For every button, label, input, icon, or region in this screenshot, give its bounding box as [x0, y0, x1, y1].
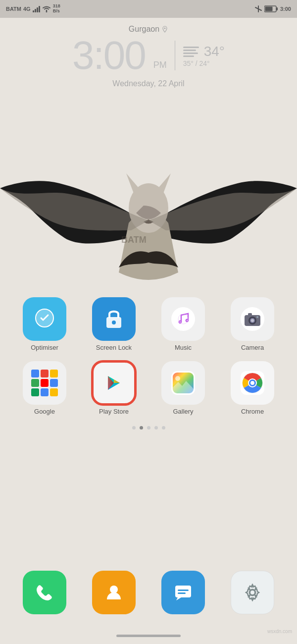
contacts-svg — [102, 581, 126, 604]
page-dots — [0, 426, 297, 429]
date-text: Wednesday, 22 April — [0, 79, 297, 88]
dock-phone[interactable] — [17, 571, 72, 614]
dock-settings[interactable] — [225, 571, 280, 614]
page-dot-2 — [140, 426, 143, 429]
app-grid: Optimiser Screen Lock Musi — [0, 297, 297, 425]
signal-bar-2 — [35, 9, 36, 12]
gallery-svg — [170, 370, 196, 396]
dock-contacts[interactable] — [87, 571, 141, 614]
app-icon-screen-lock — [92, 297, 136, 341]
mute-icon — [254, 5, 262, 13]
google-grid — [31, 370, 58, 396]
app-label-music: Music — [175, 344, 192, 351]
app-music[interactable]: Music — [156, 297, 210, 351]
svg-rect-17 — [248, 313, 252, 316]
dock — [0, 571, 297, 614]
app-gallery[interactable]: Gallery — [156, 361, 210, 415]
music-svg — [170, 306, 196, 332]
clock-divider — [175, 41, 175, 70]
app-chrome[interactable]: Chrome — [225, 361, 280, 415]
status-right: 3:00 — [254, 5, 291, 13]
svg-marker-6 — [156, 173, 171, 193]
svg-point-10 — [171, 307, 195, 331]
clock-row: 3:00 PM 34° 35° / 24° — [0, 36, 297, 75]
screen-lock-svg — [101, 306, 126, 332]
weather-info: 34° 35° / 24° — [183, 44, 225, 67]
signal-bars — [33, 5, 40, 12]
signal-bar-3 — [37, 7, 38, 12]
play-store-svg — [101, 370, 127, 396]
app-icon-gallery — [161, 361, 205, 405]
app-screen-lock[interactable]: Screen Lock — [87, 297, 141, 351]
clock-area: Gurgaon 3:00 PM 34° 35° / 24° Wednesday,… — [0, 25, 297, 88]
chrome-svg — [240, 370, 265, 396]
svg-rect-29 — [178, 590, 189, 591]
network-speed: 318B/s — [53, 4, 60, 14]
app-camera[interactable]: Camera — [225, 297, 280, 351]
status-bar: BATM 4G 318B/s 3:00 — [0, 0, 297, 18]
batman-svg: BATM — [0, 144, 297, 302]
app-label-screen-lock: Screen Lock — [96, 344, 132, 351]
camera-svg — [240, 306, 265, 332]
app-label-play-store: Play Store — [99, 408, 129, 415]
weather-temp: 34° — [204, 44, 225, 59]
location: Gurgaon — [0, 25, 297, 34]
home-pill[interactable] — [116, 635, 181, 637]
svg-rect-30 — [178, 592, 186, 594]
svg-point-32 — [250, 590, 254, 594]
app-row-2: Google — [10, 361, 287, 415]
svg-rect-28 — [175, 586, 191, 597]
app-row-1: Optimiser Screen Lock Musi — [10, 297, 287, 351]
svg-rect-1 — [276, 7, 278, 10]
messages-svg — [171, 581, 195, 604]
weather-range: 35° / 24° — [183, 59, 210, 67]
signal-bar-1 — [33, 10, 34, 12]
phone-svg — [33, 581, 56, 604]
app-optimiser[interactable]: Optimiser — [17, 297, 72, 351]
settings-svg — [241, 581, 264, 604]
time-text: 3:00 — [280, 6, 291, 12]
app-icon-music — [161, 297, 205, 341]
network-type: 4G — [23, 6, 31, 12]
dock-icon-contacts — [92, 571, 136, 614]
status-left: BATM 4G 318B/s — [6, 4, 60, 14]
page-dot-1 — [132, 426, 136, 429]
wifi-icon — [42, 5, 51, 12]
svg-marker-5 — [126, 173, 141, 193]
location-icon — [161, 26, 168, 33]
svg-text:BATM: BATM — [121, 235, 147, 245]
weather-icon-area: 34° — [183, 44, 225, 59]
svg-point-9 — [112, 321, 116, 324]
page-dot-5 — [162, 426, 165, 429]
app-label-optimiser: Optimiser — [31, 344, 58, 351]
app-play-store[interactable]: Play Store — [87, 361, 141, 415]
app-icon-camera — [231, 297, 274, 341]
page-dot-3 — [147, 426, 150, 429]
svg-point-21 — [175, 376, 180, 381]
app-google[interactable]: Google — [17, 361, 72, 415]
svg-point-16 — [251, 319, 254, 322]
svg-point-3 — [164, 28, 166, 29]
watermark: wsxdn.com — [267, 629, 292, 634]
dock-icon-messages — [161, 571, 205, 614]
battery-icon — [264, 5, 278, 12]
app-label-google: Google — [34, 408, 55, 415]
svg-point-18 — [256, 316, 258, 318]
page-dot-4 — [154, 426, 158, 429]
optimiser-svg — [32, 307, 57, 331]
dock-messages[interactable] — [156, 571, 210, 614]
clock-period: PM — [153, 60, 167, 70]
app-label-gallery: Gallery — [173, 408, 193, 415]
app-label-chrome: Chrome — [241, 408, 264, 415]
app-icon-play-store — [92, 361, 136, 405]
app-label-camera: Camera — [241, 344, 264, 351]
haze-icon — [183, 47, 199, 57]
app-icon-google — [23, 361, 66, 405]
svg-point-27 — [110, 586, 118, 593]
app-icon-optimiser — [23, 297, 66, 341]
signal-bar-4 — [39, 6, 40, 12]
batman-wallpaper: BATM — [0, 144, 297, 302]
clock-time: 3:00 — [72, 36, 146, 75]
dock-icon-settings — [231, 571, 274, 614]
svg-rect-2 — [265, 7, 272, 11]
